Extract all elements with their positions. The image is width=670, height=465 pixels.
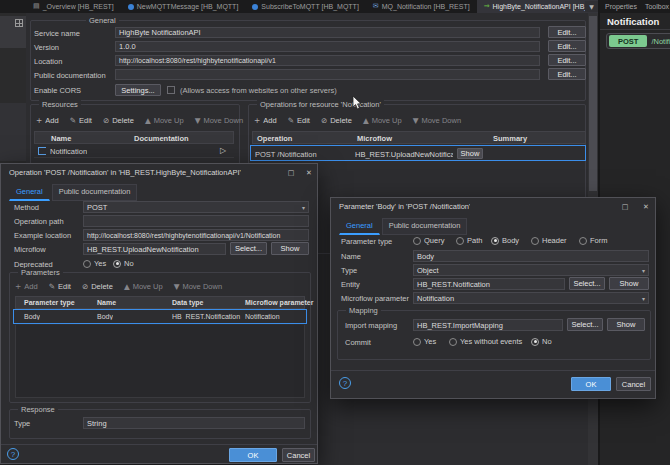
scrollbar-thumb[interactable] [589, 16, 597, 191]
parameter-type-header-radio[interactable]: Header [531, 236, 567, 245]
service-name-input[interactable]: HighByte NotificationAPI [115, 27, 540, 38]
edit-button[interactable]: ✎Edit [70, 116, 92, 125]
close-icon[interactable]: ✕ [640, 201, 652, 212]
resource-row-notification[interactable]: Notification ▷ [34, 144, 234, 158]
cancel-button[interactable]: Cancel [616, 377, 651, 391]
commit-yes-radio[interactable]: Yes [413, 337, 436, 346]
add-button[interactable]: +Add [15, 282, 38, 291]
help-icon[interactable]: ? [339, 377, 351, 389]
cors-settings-button[interactable]: Settings... [115, 84, 161, 96]
show-entity-button[interactable]: Show [609, 277, 649, 290]
example-location-input[interactable]: http://localhost:8080/rest/highbytenotif… [83, 229, 309, 241]
select-import-mapping-button[interactable]: Select... [567, 318, 603, 331]
move-down-button[interactable]: ▼Move Down [413, 116, 461, 125]
edit-service-name-button[interactable]: Edit... [548, 26, 586, 38]
tab-public-documentation[interactable]: Public documentation [52, 184, 138, 201]
delete-button[interactable]: ⊘Delete [321, 116, 352, 125]
parameters-toolbar: +Add ✎Edit ⊘Delete ▲Move Up ▼Move Down [15, 282, 222, 291]
edit-location-button[interactable]: Edit... [548, 54, 586, 66]
resource-name: Notification [50, 147, 87, 156]
resources-toolbar: +Add ✎Edit ⊘Delete ▲Move Up ▼Move Down [36, 116, 243, 125]
deprecated-no-radio[interactable]: No [113, 259, 134, 268]
tab-overflow-button[interactable]: ▼ [585, 1, 598, 12]
select-entity-button[interactable]: Select... [569, 277, 605, 290]
show-microflow-button[interactable]: Show [457, 148, 483, 159]
response-type-input[interactable]: String [83, 417, 305, 429]
move-up-button[interactable]: ▲Move Up [363, 116, 402, 125]
add-button[interactable]: +Add [254, 116, 277, 125]
column-name: Name [97, 299, 116, 306]
example-location-label: Example location [14, 231, 71, 240]
delete-button[interactable]: ⊘Delete [82, 282, 113, 291]
tab-mq-notification[interactable]: ✉ MQ_Notification [HB_REST] [366, 0, 477, 13]
move-up-button[interactable]: ▲Move Up [145, 116, 184, 125]
edit-button[interactable]: ✎Edit [49, 282, 71, 291]
edit-public-documentation-button[interactable]: Edit... [548, 68, 586, 80]
cors-checkbox[interactable] [167, 86, 175, 94]
close-icon[interactable]: ✕ [303, 167, 315, 178]
type-select[interactable]: Object ▾ [413, 264, 649, 276]
ok-button[interactable]: OK [571, 377, 611, 391]
move-down-icon: ▼ [195, 116, 201, 125]
commit-no-radio[interactable]: No [531, 337, 552, 346]
tab-public-documentation[interactable]: Public documentation [382, 218, 468, 235]
maximize-icon[interactable]: □ [619, 201, 631, 212]
response-type-value: String [87, 419, 107, 428]
chevron-down-icon: ▾ [302, 204, 305, 211]
operation-badge[interactable]: POST /Notification [606, 33, 670, 49]
deprecated-yes-radio[interactable]: Yes [83, 259, 106, 268]
parameter-type-query-radio[interactable]: Query [413, 236, 444, 245]
tab-subscribetomqtt[interactable]: SubscribeToMQTT [HB_MQTT] [245, 0, 366, 13]
message-icon: ✉ [373, 3, 379, 10]
tab-general[interactable]: General [9, 184, 50, 201]
column-name: Name [51, 134, 71, 143]
add-button[interactable]: +Add [36, 116, 59, 125]
select-microflow-button[interactable]: Select... [230, 242, 267, 255]
parameter-type-body-radio[interactable]: Body [491, 236, 519, 245]
move-up-button[interactable]: ▲Move Up [124, 282, 163, 291]
show-microflow-button[interactable]: Show [271, 242, 309, 255]
cancel-button[interactable]: Cancel [282, 448, 315, 462]
help-icon[interactable]: ? [7, 448, 19, 460]
microflow-parameter-select[interactable]: Notification ▾ [413, 292, 649, 304]
add-icon: + [36, 116, 42, 125]
operations-table-header: Operation Microflow Summary [252, 131, 586, 144]
move-down-button[interactable]: ▼Move Down [174, 282, 222, 291]
edit-version-button[interactable]: Edit... [548, 40, 586, 52]
tab-general[interactable]: General [339, 218, 380, 235]
response-type-label: Type [14, 419, 30, 428]
tab-toolbox[interactable]: Toolbox [645, 3, 669, 10]
parameter-type-form-radio[interactable]: Form [579, 236, 608, 245]
tab-newmqttmessage[interactable]: NewMQTTMessage [HB_MQTT] [121, 0, 246, 13]
delete-button[interactable]: ⊘Delete [103, 116, 134, 125]
parameter-type-path-radio[interactable]: Path [456, 236, 482, 245]
location-input[interactable]: http://localhost:8080/rest/highbytenotif… [115, 55, 540, 66]
radio-label: Yes without events [460, 337, 522, 346]
resources-legend: Resources [39, 100, 81, 109]
commit-yes-without-events-radio[interactable]: Yes without events [449, 337, 522, 346]
parameter-row-body[interactable]: Body Body HB_REST.Notification (Im... No… [13, 309, 307, 324]
mapping-groupbox: Mapping [337, 310, 651, 360]
ok-button[interactable]: OK [229, 448, 277, 462]
tab-properties[interactable]: Properties [605, 3, 637, 10]
entity-input[interactable]: HB_REST.Notification [413, 278, 565, 290]
microflow-input[interactable]: HB_REST.UploadNewNotification [83, 243, 226, 255]
column-documentation: Documentation [134, 134, 189, 143]
edit-icon: ✎ [288, 116, 294, 125]
operation-dialog: Operation 'POST /Notification' in 'HB_RE… [0, 163, 318, 464]
radio-label: Yes [94, 259, 106, 268]
tab-overview[interactable]: ▤ _Overview [HB_REST] [26, 0, 121, 13]
import-mapping-input[interactable]: HB_REST.ImportMapping [413, 319, 563, 331]
expand-icon[interactable]: ▷ [220, 146, 226, 155]
move-down-button[interactable]: ▼Move Down [195, 116, 243, 125]
operation-row-post-notification[interactable]: POST /Notification HB_REST.UploadNewNoti… [250, 145, 586, 161]
grid-panel-icon[interactable] [15, 19, 23, 27]
edit-button[interactable]: ✎Edit [288, 116, 310, 125]
method-select[interactable]: POST ▾ [83, 201, 309, 213]
operation-path-input[interactable] [83, 215, 309, 227]
name-input[interactable]: Body [413, 250, 649, 262]
maximize-icon[interactable]: □ [285, 167, 297, 178]
public-documentation-input[interactable] [115, 69, 540, 80]
version-input[interactable]: 1.0.0 [115, 41, 540, 52]
show-import-mapping-button[interactable]: Show [607, 318, 645, 331]
